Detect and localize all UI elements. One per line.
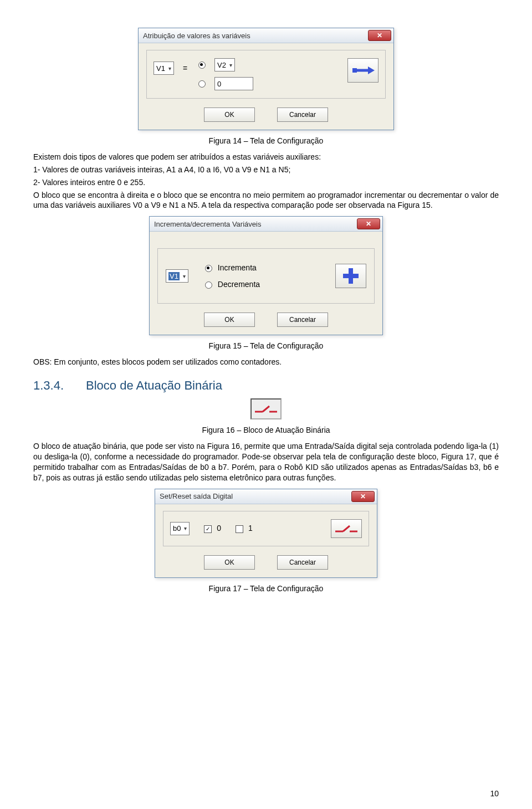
radio-decrementa[interactable] — [205, 281, 212, 289]
close-icon[interactable]: ✕ — [357, 218, 380, 229]
titlebar: Set/Reset saída Digital ✕ — [155, 489, 377, 504]
right-var-dropdown[interactable]: V2 — [214, 58, 235, 71]
svg-line-6 — [263, 406, 269, 412]
titlebar: Atribuição de valores às variáveis ✕ — [139, 28, 393, 43]
paragraph-inc-dec: O bloco que se encontra à direita e o bl… — [33, 190, 499, 211]
checkbox-1[interactable] — [236, 525, 243, 533]
pin-dropdown[interactable]: b0 — [170, 522, 190, 535]
radio-decrementa-row[interactable]: Decrementa — [205, 280, 260, 289]
radio-constant[interactable] — [198, 80, 206, 88]
section-heading: 1.3.4.Bloco de Atuação Binária — [33, 378, 499, 393]
close-icon[interactable]: ✕ — [368, 30, 391, 41]
cancel-button[interactable]: Cancelar — [277, 313, 328, 327]
dialog-title: Set/Reset saída Digital — [160, 492, 233, 500]
figure-15-caption: Figura 15 – Tela de Configuração — [33, 341, 499, 351]
cancel-button[interactable]: Cancelar — [277, 555, 328, 570]
const-input[interactable]: 0 — [214, 77, 253, 90]
left-var-dropdown[interactable]: V1 — [154, 62, 174, 75]
list-item-2: 2- Valores inteiros entre 0 e 255. — [33, 177, 499, 188]
svg-rect-0 — [352, 68, 357, 73]
dialog-inc-dec: Incrementa/decrementa Variáveis ✕ V1 Inc… — [149, 216, 383, 335]
ok-button[interactable]: OK — [204, 555, 255, 570]
checkbox-1-row[interactable]: 1 — [236, 524, 253, 532]
radio-incrementa[interactable] — [205, 265, 212, 272]
ok-button[interactable]: OK — [204, 107, 255, 122]
radio-incrementa-row[interactable]: Incrementa — [205, 263, 260, 272]
ok-button[interactable]: OK — [204, 313, 255, 327]
titlebar: Incrementa/decrementa Variáveis ✕ — [150, 217, 382, 232]
figure-16-caption: Figura 16 – Bloco de Atuação Binária — [33, 425, 499, 436]
equals-label: = — [183, 64, 187, 73]
figure-17-caption: Figura 17 – Tela de Configuração — [33, 583, 499, 594]
dialog-title: Atribuição de valores às variáveis — [143, 32, 250, 40]
dialog-assign-values: Atribuição de valores às variáveis ✕ V1 … — [138, 28, 394, 130]
checkbox-0-row[interactable]: ✓ 0 — [204, 524, 221, 532]
plus-block-icon — [335, 264, 366, 288]
cancel-button[interactable]: Cancelar — [277, 107, 328, 122]
dialog-title: Incrementa/decrementa Variáveis — [154, 220, 261, 228]
obs-note: OBS: Em conjunto, estes blocos podem ser… — [33, 357, 499, 367]
close-icon[interactable]: ✕ — [351, 491, 375, 502]
paragraph-types-intro: Existem dois tipos de valores que podem … — [33, 152, 499, 162]
svg-line-9 — [343, 526, 350, 531]
figure-14-caption: Figura 14 – Tela de Configuração — [33, 136, 499, 146]
svg-rect-4 — [343, 274, 359, 278]
svg-marker-2 — [368, 66, 375, 74]
assign-block-icon — [347, 58, 378, 83]
switch-block-icon — [331, 519, 362, 538]
var-dropdown[interactable]: V1 — [166, 269, 188, 283]
radio-variable[interactable] — [198, 62, 206, 69]
binary-action-block-icon — [250, 398, 282, 419]
paragraph-binary-block: O bloco de atuação binária, que pode ser… — [33, 441, 499, 483]
dialog-set-reset: Set/Reset saída Digital ✕ b0 ✓ 0 1 — [155, 489, 377, 578]
checkbox-0[interactable]: ✓ — [204, 525, 212, 533]
list-item-1: 1- Valores de outras variáveis inteiras,… — [33, 165, 499, 175]
